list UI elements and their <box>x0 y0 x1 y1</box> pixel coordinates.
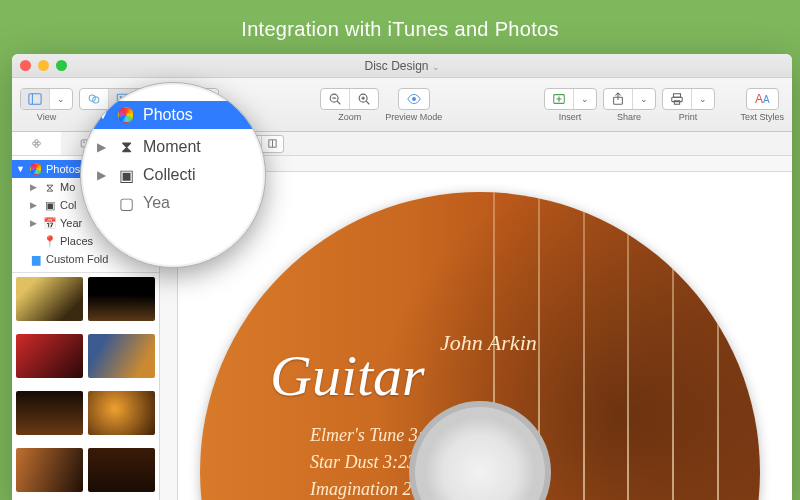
view-segment[interactable]: ⌄ <box>20 88 73 110</box>
folder-icon: ▆ <box>30 253 42 265</box>
share-segment[interactable]: ⌄ <box>603 88 656 110</box>
image-icon: ▣ <box>117 166 135 184</box>
sidebar-tab-clipart[interactable] <box>12 132 61 155</box>
sidebar-toggle-button[interactable] <box>21 89 50 109</box>
preview-mode-button[interactable] <box>398 88 430 110</box>
insert-segment[interactable]: ⌄ <box>544 88 597 110</box>
insert-icon <box>552 92 566 106</box>
svg-point-30 <box>33 142 36 145</box>
track-list[interactable]: Elmer's Tune 3:09 Star Dust 3:23 Imagina… <box>310 422 442 500</box>
thumbnail[interactable] <box>16 391 83 435</box>
marketing-banner: Integration with iTunes and Photos <box>0 0 800 55</box>
zoom-window-button[interactable] <box>56 60 67 71</box>
track: Elmer's Tune 3:09 <box>310 422 442 449</box>
shapes-icon <box>87 92 101 106</box>
thumbnail[interactable] <box>88 334 155 378</box>
svg-line-12 <box>337 101 340 104</box>
magnifier-item: ▢ Yea <box>93 189 265 217</box>
thumbnail[interactable] <box>16 448 83 492</box>
layout-icon <box>267 138 278 149</box>
preview-label: Preview Mode <box>385 112 442 122</box>
insert-label: Insert <box>559 112 582 122</box>
zoom-label: Zoom <box>338 112 361 122</box>
close-window-button[interactable] <box>20 60 31 71</box>
zoom-in-icon <box>357 92 371 106</box>
sidebar-icon <box>28 92 42 106</box>
print-icon <box>670 92 684 106</box>
artist-name[interactable]: John Arkin <box>440 330 537 356</box>
album-title[interactable]: Guitar <box>270 342 425 409</box>
disclosure-right-icon: ▶ <box>30 182 40 192</box>
disc-design[interactable]: John Arkin Guitar Elmer's Tune 3:09 Star… <box>200 192 760 500</box>
thumbnail[interactable] <box>88 391 155 435</box>
shapes-tab[interactable] <box>80 89 109 109</box>
hourglass-icon: ⧗ <box>117 138 135 156</box>
svg-line-15 <box>366 101 369 104</box>
magnifier-item: ▶ ⧗ Moment <box>93 133 265 161</box>
share-label: Share <box>617 112 641 122</box>
thumbnail[interactable] <box>88 277 155 321</box>
window-titlebar: Disc Design⌄ <box>12 54 792 78</box>
chevron-down-icon: ⌄ <box>432 62 440 72</box>
disclosure-right-icon: ▶ <box>30 218 40 228</box>
svg-rect-24 <box>673 93 680 97</box>
svg-rect-0 <box>29 93 41 104</box>
hourglass-icon: ⧖ <box>44 181 56 193</box>
share-icon <box>611 92 625 106</box>
thumbnail-grid <box>12 272 159 500</box>
document-title[interactable]: Disc Design⌄ <box>364 59 439 73</box>
image-icon: ▣ <box>44 199 56 211</box>
calendar-icon: 📅 <box>44 217 56 229</box>
print-label: Print <box>679 112 698 122</box>
magnifier-item: ▶ ▣ Collecti <box>93 161 265 189</box>
disclosure-right-icon: ▶ <box>30 200 40 210</box>
photos-app-icon <box>30 163 42 175</box>
eye-icon <box>407 92 421 106</box>
magnifier-callout: ▼ Photos ▶ ⧗ Moment ▶ ▣ Collecti ▢ Yea <box>80 82 266 268</box>
text-styles-button[interactable]: AA <box>746 88 779 110</box>
track: Imagination 2:50 <box>310 476 442 500</box>
minimize-window-button[interactable] <box>38 60 49 71</box>
horizontal-ruler <box>178 156 792 172</box>
window-controls <box>20 60 67 71</box>
thumbnail[interactable] <box>88 448 155 492</box>
thumbnail[interactable] <box>16 277 83 321</box>
print-segment[interactable]: ⌄ <box>662 88 715 110</box>
location-icon: 📍 <box>44 235 56 247</box>
disclosure-down-icon: ▼ <box>16 164 26 174</box>
view-label: View <box>37 112 56 122</box>
text-styles-label: Text Styles <box>741 112 785 122</box>
thumbnail[interactable] <box>16 334 83 378</box>
zoom-out-icon <box>328 92 342 106</box>
view-dropdown-button[interactable]: ⌄ <box>50 89 72 109</box>
svg-point-18 <box>412 97 416 101</box>
zoom-out-button[interactable] <box>321 89 350 109</box>
zoom-segment <box>320 88 379 110</box>
calendar-icon: ▢ <box>117 194 135 212</box>
track: Star Dust 3:23 <box>310 449 442 476</box>
flower-icon <box>31 138 42 149</box>
zoom-in-button[interactable] <box>350 89 378 109</box>
